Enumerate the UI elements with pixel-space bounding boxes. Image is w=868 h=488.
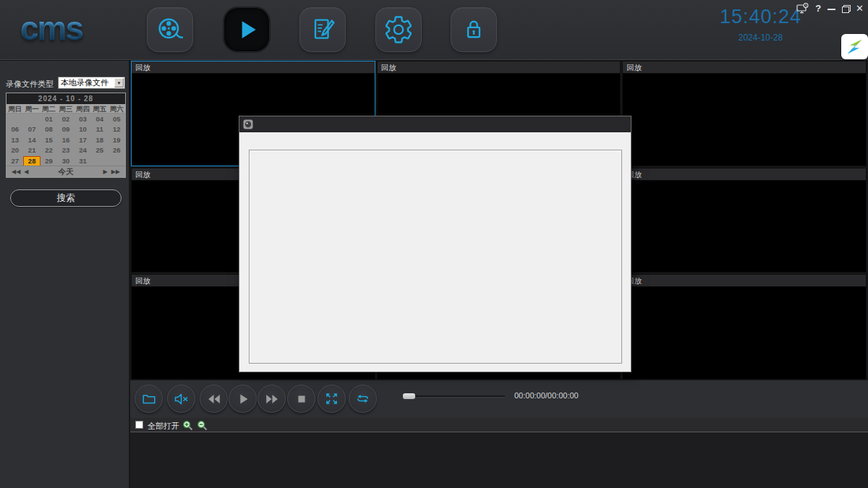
calendar-day[interactable]: 26 <box>109 145 125 155</box>
file-type-label: 录像文件类型 <box>6 79 54 90</box>
calendar-day[interactable]: 17 <box>75 135 91 145</box>
settings-page <box>249 150 622 364</box>
nav-lock-button[interactable] <box>451 7 497 52</box>
panel-title: 回放 <box>623 168 866 181</box>
calendar-day-empty <box>91 156 108 166</box>
nav-settings-button[interactable] <box>375 7 422 52</box>
open-all-label: 全部打开 <box>148 421 179 432</box>
minimize-icon[interactable] <box>827 3 835 13</box>
calendar-day[interactable]: 06 <box>7 124 23 134</box>
fullscreen-icon <box>323 390 340 407</box>
seek-slider-track[interactable] <box>404 395 505 398</box>
panel-video-area <box>623 181 866 273</box>
nav-log-button[interactable] <box>299 7 346 52</box>
dialog-title-bar[interactable] <box>239 116 631 132</box>
calendar-day[interactable]: 01 <box>41 114 57 124</box>
calendar-day[interactable]: 25 <box>91 145 108 155</box>
next-year-icon: ▶▶ <box>111 168 120 175</box>
calendar-day[interactable]: 05 <box>109 114 125 124</box>
calendar-day[interactable]: 10 <box>75 124 91 134</box>
nav-playback-button[interactable] <box>224 7 270 52</box>
log-edit-icon <box>308 15 337 44</box>
calendar-day[interactable]: 28 <box>23 156 40 166</box>
panel-video-area <box>623 287 866 379</box>
panel-title: 回放 <box>378 61 621 74</box>
panel-title: 回放 <box>132 61 375 74</box>
dialog-icon <box>243 119 253 129</box>
nav-records-button[interactable] <box>147 7 193 52</box>
help-icon[interactable]: ? <box>815 3 821 13</box>
calendar-day[interactable]: 23 <box>57 145 74 155</box>
schedule-monitor-icon[interactable] <box>796 3 809 13</box>
chevron-down-icon[interactable]: ▼ <box>114 78 124 87</box>
zoom-out-icon[interactable] <box>197 420 208 434</box>
clock-block: 15:40:24 2024-10-28 <box>720 6 801 43</box>
calendar-day-empty <box>7 114 23 124</box>
calendar-today-button[interactable]: 今天 <box>33 167 98 177</box>
calendar-day[interactable]: 19 <box>109 135 125 145</box>
timeline: 全部打开 <box>130 418 868 488</box>
close-icon[interactable]: ✕ <box>856 3 864 13</box>
video-panel[interactable]: 回放 <box>622 274 867 380</box>
stop-icon <box>294 391 310 407</box>
panel-video-area <box>623 74 866 166</box>
calendar-prev-buttons[interactable]: ◀◀ ◀ <box>7 168 33 175</box>
calendar-day[interactable]: 11 <box>91 124 108 134</box>
calendar-days: 0102030405060708091011121314151617181920… <box>7 114 125 166</box>
calendar-weekdays: 周日周一周二周三周四周五周六 <box>7 104 125 114</box>
calendar-day[interactable]: 12 <box>109 124 125 134</box>
calendar-day[interactable]: 27 <box>7 156 23 166</box>
seek-slider-handle[interactable] <box>403 393 415 399</box>
next-month-icon: ▶ <box>103 168 108 175</box>
sidebar: 录像文件类型 本地录像文件 ▼ 2024 - 10 - 28 周日周一周二周三周… <box>0 61 129 488</box>
calendar-day[interactable]: 04 <box>91 114 108 124</box>
calendar-next-buttons[interactable]: ▶ ▶▶ <box>98 168 125 175</box>
calendar-day[interactable]: 07 <box>23 124 40 134</box>
calendar-weekday: 周二 <box>41 104 57 114</box>
calendar-day[interactable]: 21 <box>23 145 40 155</box>
play-icon <box>235 391 251 407</box>
calendar-weekday: 周日 <box>7 104 23 114</box>
repeat-button[interactable] <box>349 385 377 413</box>
calendar-day[interactable]: 22 <box>41 145 57 155</box>
calendar-day[interactable]: 09 <box>57 124 74 134</box>
open-file-button[interactable] <box>135 385 163 413</box>
repeat-icon <box>354 390 371 407</box>
film-reel-icon <box>156 15 184 44</box>
calendar-day[interactable]: 30 <box>57 156 74 166</box>
calendar-day[interactable]: 24 <box>75 145 91 155</box>
calendar-day[interactable]: 16 <box>57 135 74 145</box>
zoom-in-icon[interactable] <box>182 420 193 434</box>
play-button[interactable] <box>229 385 257 413</box>
rewind-button[interactable] <box>200 385 228 413</box>
calendar-day[interactable]: 03 <box>75 114 91 124</box>
fullscreen-button[interactable] <box>318 385 346 413</box>
open-all-checkbox[interactable] <box>135 421 143 429</box>
video-panel[interactable]: 回放 <box>622 61 867 166</box>
file-type-dropdown[interactable]: 本地录像文件 ▼ <box>58 77 125 89</box>
fast-forward-button[interactable] <box>258 385 286 413</box>
calendar-day[interactable]: 02 <box>57 114 74 124</box>
mute-button[interactable] <box>167 385 195 413</box>
restore-icon[interactable] <box>842 3 849 13</box>
calendar-day[interactable]: 20 <box>7 145 23 155</box>
rewind-icon <box>206 391 222 407</box>
panel-title: 回放 <box>623 61 866 74</box>
calendar-day[interactable]: 14 <box>23 135 40 145</box>
calendar-footer: ◀◀ ◀ 今天 ▶ ▶▶ <box>7 166 125 177</box>
app-logo: cms <box>20 9 82 48</box>
calendar-weekday: 周一 <box>23 104 40 114</box>
file-type-value: 本地录像文件 <box>61 77 109 88</box>
video-panel[interactable]: 回放 <box>622 168 867 273</box>
calendar-day[interactable]: 15 <box>41 135 57 145</box>
calendar-day[interactable]: 13 <box>7 135 23 145</box>
cms-settings-dialog <box>239 116 631 372</box>
calendar-day[interactable]: 18 <box>91 135 108 145</box>
stop-button[interactable] <box>287 385 315 413</box>
search-button[interactable]: 搜索 <box>10 189 122 207</box>
calendar-day[interactable]: 31 <box>75 156 91 166</box>
calendar-day[interactable]: 29 <box>41 156 57 166</box>
calendar-day[interactable]: 08 <box>41 124 57 134</box>
prev-month-icon: ◀ <box>24 168 28 175</box>
calendar-day-empty <box>109 156 125 166</box>
